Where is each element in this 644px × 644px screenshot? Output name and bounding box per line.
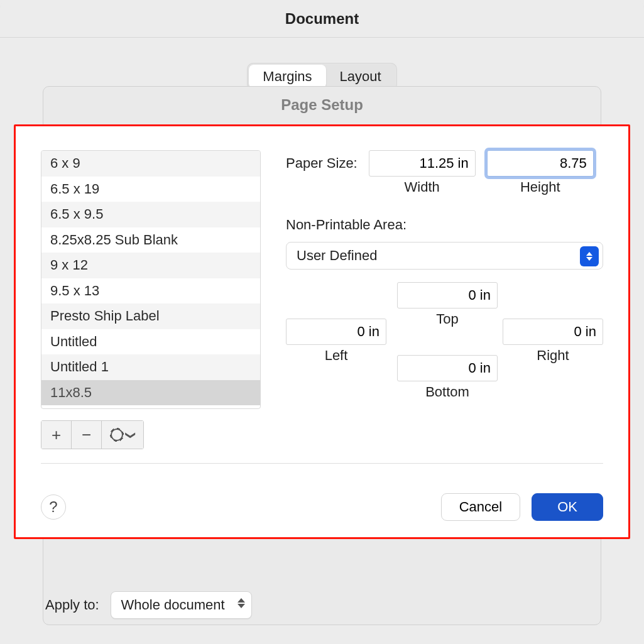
- height-label: Height: [487, 179, 594, 195]
- non-printable-area-label: Non-Printable Area:: [286, 217, 603, 233]
- plus-icon: +: [52, 425, 61, 445]
- list-item[interactable]: 6.5 x 9.5: [41, 202, 260, 227]
- select-value: User Defined: [297, 248, 377, 264]
- list-toolbar: + − ❯: [41, 420, 144, 449]
- cancel-button[interactable]: Cancel: [441, 493, 520, 521]
- list-item[interactable]: 6.5 x 19: [41, 177, 260, 202]
- paper-size-list[interactable]: 6 x 9 6.5 x 19 6.5 x 9.5 8.25x8.25 Sub B…: [41, 150, 261, 409]
- add-button[interactable]: +: [41, 421, 72, 449]
- actions-menu-button[interactable]: ❯: [102, 421, 143, 449]
- list-item[interactable]: Untitled 1: [41, 354, 260, 380]
- gear-icon: [111, 428, 123, 441]
- group-title: Page Setup: [43, 87, 601, 121]
- select-stepper-icon: [580, 246, 599, 266]
- width-label: Width: [369, 179, 476, 195]
- paper-size-label: Paper Size:: [286, 150, 357, 172]
- margin-left-label: Left: [286, 347, 386, 364]
- list-item[interactable]: 9.5 x 13: [41, 278, 260, 304]
- apply-to-row: Apply to: Whole document: [45, 591, 252, 619]
- height-field-wrap: Height: [487, 150, 594, 195]
- select-stepper-icon: [237, 598, 245, 608]
- margin-left-input[interactable]: [286, 319, 386, 345]
- apply-to-label: Apply to:: [45, 597, 99, 613]
- list-item[interactable]: 9 x 12: [41, 253, 260, 278]
- apply-to-select[interactable]: Whole document: [111, 591, 252, 619]
- window-title: Document: [0, 0, 644, 38]
- tab-layout[interactable]: Layout: [326, 65, 395, 89]
- margin-bottom-input[interactable]: [397, 355, 498, 381]
- list-item[interactable]: 6 x 9: [41, 151, 260, 177]
- margin-right-label: Right: [503, 347, 603, 364]
- width-input[interactable]: [369, 150, 476, 177]
- list-item[interactable]: Presto Ship Label: [41, 303, 260, 329]
- minus-icon: −: [82, 425, 91, 445]
- custom-paper-size-dialog: 6 x 9 6.5 x 19 6.5 x 9.5 8.25x8.25 Sub B…: [14, 124, 630, 539]
- help-button[interactable]: ?: [41, 494, 66, 520]
- ok-button[interactable]: OK: [532, 493, 603, 521]
- margin-top-label: Top: [397, 311, 498, 327]
- margins-grid: Top Left Right Bottom: [286, 282, 603, 408]
- list-item[interactable]: Untitled: [41, 329, 260, 355]
- width-field-wrap: Width: [369, 150, 476, 195]
- height-input[interactable]: [487, 150, 594, 177]
- list-item[interactable]: 11x8.5: [41, 380, 260, 406]
- chevron-down-icon: ❯: [125, 431, 137, 439]
- apply-to-value: Whole document: [121, 597, 225, 613]
- margin-right-input[interactable]: [503, 319, 603, 345]
- margin-top-input[interactable]: [397, 282, 498, 308]
- list-item[interactable]: 8.25x8.25 Sub Blank: [41, 227, 260, 253]
- margin-bottom-label: Bottom: [397, 384, 498, 400]
- remove-button[interactable]: −: [72, 421, 102, 449]
- divider: [41, 463, 603, 464]
- non-printable-area-select[interactable]: User Defined: [286, 242, 603, 270]
- tab-margins[interactable]: Margins: [249, 65, 325, 89]
